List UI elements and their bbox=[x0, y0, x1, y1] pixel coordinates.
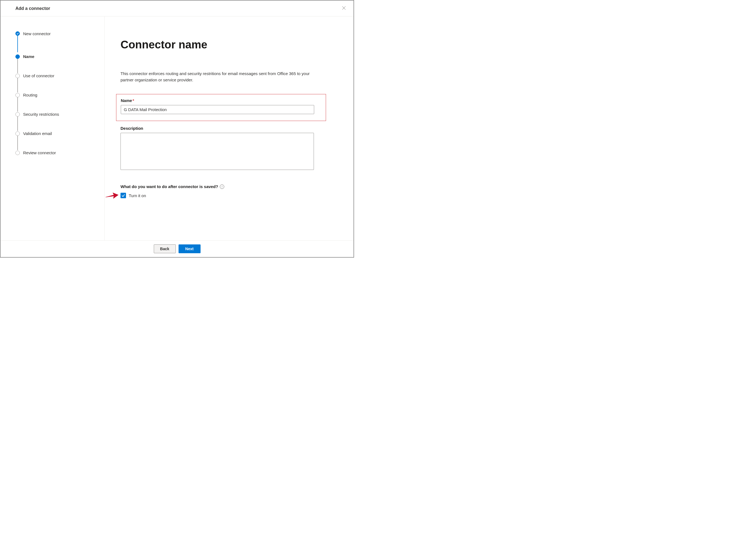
step-pending-icon bbox=[15, 93, 20, 97]
page-description: This connector enforces routing and secu… bbox=[120, 71, 319, 83]
step-completed-icon bbox=[15, 31, 20, 36]
body: New connector Name Use of connector Rout… bbox=[1, 17, 354, 240]
turn-it-on-row: Turn it on bbox=[120, 193, 334, 198]
turn-it-on-label: Turn it on bbox=[129, 193, 146, 198]
step-pending-icon bbox=[15, 151, 20, 155]
main-content: Connector name This connector enforces r… bbox=[105, 17, 354, 240]
next-button[interactable]: Next bbox=[179, 245, 201, 253]
description-label: Description bbox=[120, 126, 334, 131]
step-list: New connector Name Use of connector Rout… bbox=[15, 30, 104, 155]
step-validation-email[interactable]: Validation email bbox=[15, 117, 104, 136]
page-title: Connector name bbox=[120, 39, 334, 51]
name-field-group: Name* bbox=[121, 98, 321, 114]
step-review-connector[interactable]: Review connector bbox=[15, 136, 104, 155]
header: Add a connector bbox=[1, 1, 354, 17]
step-use-of-connector[interactable]: Use of connector bbox=[15, 59, 104, 78]
after-save-question-label: What do you want to do after connector i… bbox=[120, 184, 218, 189]
step-new-connector[interactable]: New connector bbox=[15, 30, 104, 37]
step-label: Review connector bbox=[23, 150, 56, 155]
step-pending-icon bbox=[15, 112, 20, 117]
name-highlight-box: Name* bbox=[116, 94, 326, 121]
back-button[interactable]: Back bbox=[154, 245, 176, 253]
step-label: Routing bbox=[23, 93, 37, 97]
arrow-annotation-icon bbox=[105, 191, 119, 199]
name-input[interactable] bbox=[121, 105, 314, 114]
step-connector bbox=[17, 76, 18, 92]
required-star-icon: * bbox=[133, 98, 134, 103]
after-save-question-row: What do you want to do after connector i… bbox=[120, 184, 334, 189]
step-security-restrictions[interactable]: Security restrictions bbox=[15, 97, 104, 117]
wizard-container: Add a connector New connector Na bbox=[0, 0, 354, 258]
close-button[interactable] bbox=[340, 4, 348, 12]
info-icon[interactable]: i bbox=[220, 185, 224, 189]
turn-it-on-checkbox[interactable] bbox=[120, 193, 126, 198]
description-field-group: Description bbox=[120, 126, 334, 171]
close-icon bbox=[342, 6, 346, 11]
step-connector bbox=[17, 114, 18, 131]
sidebar: New connector Name Use of connector Rout… bbox=[1, 17, 105, 240]
footer: Back Next bbox=[1, 240, 354, 257]
step-name[interactable]: Name bbox=[15, 37, 104, 59]
step-routing[interactable]: Routing bbox=[15, 78, 104, 97]
step-connector bbox=[17, 134, 18, 150]
step-connector bbox=[17, 34, 18, 52]
step-pending-icon bbox=[15, 132, 20, 136]
header-title: Add a connector bbox=[15, 6, 50, 11]
step-label: Use of connector bbox=[23, 73, 54, 78]
description-input[interactable] bbox=[120, 133, 314, 170]
name-label: Name* bbox=[121, 98, 321, 103]
step-connector bbox=[17, 57, 18, 73]
step-label: Security restrictions bbox=[23, 112, 59, 117]
step-pending-icon bbox=[15, 74, 20, 78]
step-connector bbox=[17, 95, 18, 112]
step-label: Validation email bbox=[23, 131, 52, 136]
name-label-text: Name bbox=[121, 98, 132, 103]
step-active-icon bbox=[15, 54, 20, 59]
step-label: Name bbox=[23, 54, 34, 59]
step-label: New connector bbox=[23, 31, 51, 36]
